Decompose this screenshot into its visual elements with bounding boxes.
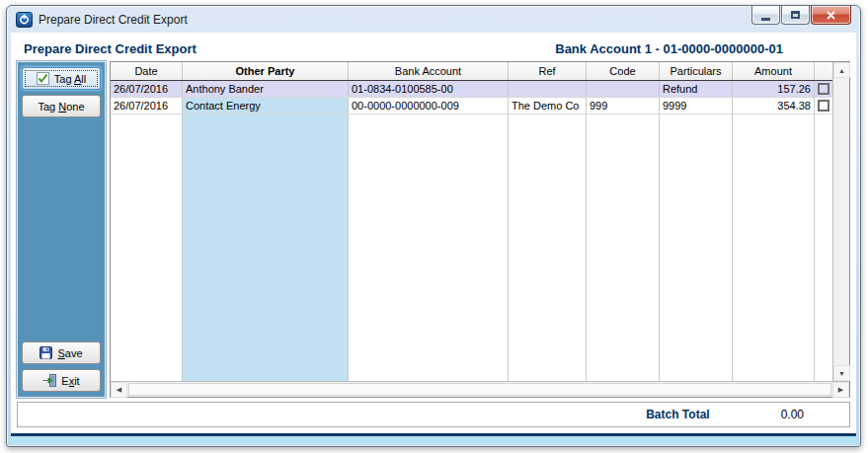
client-area: Prepare Direct Credit Export Bank Accoun… [11,33,856,436]
column-header-tag[interactable] [815,62,832,80]
cell-amount: 157.26 [733,81,815,97]
tag-none-button[interactable]: Tag None [22,95,101,117]
sidebar: Tag All Tag None Save [17,61,106,398]
scroll-left-icon[interactable]: ◀ [111,382,127,398]
tag-all-button[interactable]: Tag All [22,67,101,90]
save-label: Save [57,347,82,359]
cell-bank-account: 01-0834-0100585-00 [349,81,509,97]
table-row[interactable]: 26/07/2016 Anthony Bander 01-0834-010058… [111,81,832,98]
power-icon [16,12,33,28]
scroll-right-icon[interactable]: ▶ [832,382,849,398]
grid-header-row: Date Other Party Bank Account Ref Code P… [111,62,832,81]
cell-code: 999 [587,98,660,113]
page-title: Prepare Direct Credit Export [24,41,197,56]
scroll-up-icon[interactable]: ▲ [833,62,850,78]
close-icon [826,11,836,20]
column-header-amount[interactable]: Amount [733,62,815,80]
row-tag-checkbox[interactable] [818,100,829,112]
cell-other-party: Anthony Bander [183,81,349,97]
column-header-particulars[interactable]: Particulars [660,62,733,80]
cell-particulars: 9999 [660,98,733,113]
minimize-button[interactable] [751,6,780,25]
app-window: Prepare Direct Credit Export Prepare Dir… [6,5,861,447]
cell-particulars: Refund [660,81,733,97]
floppy-disk-icon [39,346,52,359]
grid-empty-area [111,114,832,381]
bank-account-label: Bank Account 1 - 01-0000-0000000-01 [555,41,783,56]
row-tag-checkbox[interactable] [818,83,829,95]
title-bar[interactable]: Prepare Direct Credit Export [7,6,860,33]
window-controls [751,6,851,25]
minimize-icon [761,18,770,21]
checkbox-check-icon [37,72,49,85]
exit-button[interactable]: Exit [22,369,101,392]
vertical-scrollbar[interactable]: ▲ ▼ [832,62,849,381]
cell-bank-account: 00-0000-0000000-009 [349,98,509,113]
cell-other-party: Contact Energy [183,98,349,113]
maximize-button[interactable] [781,6,810,25]
scroll-down-icon[interactable]: ▼ [833,365,850,381]
batch-total-value: 0.00 [781,408,804,421]
tag-all-label: Tag All [54,73,86,85]
column-header-ref[interactable]: Ref [509,62,587,80]
horizontal-scroll-thumb[interactable] [128,383,831,396]
table-row[interactable]: 26/07/2016 Contact Energy 00-0000-000000… [111,98,832,114]
column-header-code[interactable]: Code [587,62,660,80]
save-button[interactable]: Save [22,341,101,364]
column-header-bank-account[interactable]: Bank Account [349,62,509,80]
cell-ref: The Demo Co [509,98,587,113]
heading-row: Prepare Direct Credit Export Bank Accoun… [11,33,856,61]
cell-ref [509,81,587,97]
exit-label: Exit [61,375,79,387]
cell-date: 26/07/2016 [111,98,183,113]
maximize-icon [791,11,800,19]
column-header-date[interactable]: Date [111,62,183,80]
column-header-other-party[interactable]: Other Party [183,62,349,80]
cell-amount: 354.38 [733,98,815,113]
exit-door-icon [42,374,56,387]
window-title: Prepare Direct Credit Export [39,13,188,27]
tag-none-label: Tag None [38,101,84,113]
horizontal-scrollbar[interactable]: ◀ ▶ [111,381,849,397]
batch-total-label: Batch Total [646,408,709,421]
cell-date: 26/07/2016 [111,81,183,97]
cell-code [587,81,660,97]
close-button[interactable] [811,6,851,25]
payments-grid: Date Other Party Bank Account Ref Code P… [110,61,850,398]
batch-total-bar: Batch Total 0.00 [17,402,850,427]
